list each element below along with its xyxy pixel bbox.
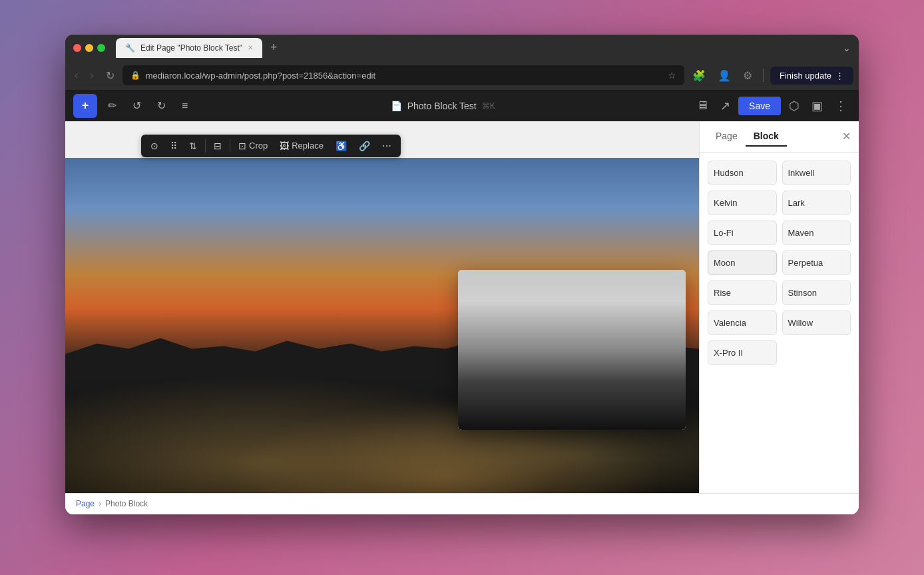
filter-btn-lofi[interactable]: Lo-Fi — [708, 221, 777, 245]
filter-grid: HudsonInkwellKelvinLarkLo-FiMavenMoonPer… — [700, 153, 859, 493]
wp-logo-button[interactable]: + — [73, 94, 97, 118]
filter-btn-rise[interactable]: Rise — [708, 281, 777, 305]
filter-btn-hudson[interactable]: Hudson — [708, 161, 777, 185]
tab-block[interactable]: Block — [746, 127, 787, 147]
finish-update-more-icon: ⋮ — [835, 71, 844, 81]
filter-btn-maven[interactable]: Maven — [782, 221, 851, 245]
tab-close-icon[interactable]: ✕ — [248, 44, 253, 51]
crop-icon: ⊡ — [238, 141, 246, 151]
filter-btn-lark[interactable]: Lark — [782, 191, 851, 215]
sidebar-header: Page Block ✕ — [700, 121, 859, 153]
settings-more-button[interactable]: ⋮ — [831, 95, 851, 117]
filter-btn-valencia[interactable]: Valencia — [708, 310, 777, 335]
browser-window: 🔧 Edit Page "Photo Block Test" ✕ + ⌄ ‹ ›… — [65, 35, 859, 514]
replace-icon: 🖼 — [280, 141, 289, 151]
tab-favicon: 🔧 — [125, 43, 135, 53]
wp-admin-bar: + ✏ ↺ ↻ ≡ 📄 Photo Block Test ⌘K 🖥 ↗ Save… — [65, 91, 859, 121]
replace-label: Replace — [292, 141, 324, 151]
extensions-icon[interactable]: 🧩 — [688, 67, 710, 85]
list-view-button[interactable]: ≡ — [176, 96, 193, 116]
profile-icon[interactable]: 👤 — [714, 67, 735, 85]
refresh-button[interactable]: ↻ — [102, 67, 118, 85]
breadcrumb-separator: › — [99, 499, 101, 508]
settings-icon[interactable]: ⚙ — [739, 67, 756, 85]
tabs-more-icon[interactable]: ⌄ — [843, 43, 851, 53]
filter-btn-moon[interactable]: Moon — [708, 251, 777, 275]
desktop-preview-button[interactable]: 🖥 — [692, 95, 712, 117]
more-options-button[interactable]: ⋯ — [377, 137, 397, 155]
address-bar-row: ‹ › ↻ 🔒 mediaron.local/wp-admin/post.php… — [65, 61, 859, 91]
filter-btn-kelvin[interactable]: Kelvin — [708, 191, 777, 215]
redo-button[interactable]: ↻ — [152, 95, 171, 116]
align-button[interactable]: ⊟ — [208, 137, 227, 155]
preview-button[interactable]: ↗ — [716, 95, 734, 117]
filter-btn-willow[interactable]: Willow — [782, 310, 851, 335]
active-tab[interactable]: 🔧 Edit Page "Photo Block Test" ✕ — [116, 38, 262, 58]
drag-handle-button[interactable]: ⠿ — [165, 137, 182, 155]
tab-bar: 🔧 Edit Page "Photo Block Test" ✕ + — [116, 38, 837, 58]
accessibility-button[interactable]: ♿ — [330, 137, 352, 155]
save-button[interactable]: Save — [738, 97, 781, 115]
breadcrumb-current: Photo Block — [105, 499, 148, 508]
new-tab-button[interactable]: + — [265, 41, 283, 55]
replace-button[interactable]: 🖼 Replace — [274, 137, 329, 155]
wp-right-actions: 🖥 ↗ Save ⬡ ▣ ⋮ — [692, 95, 851, 117]
toolbar-sep-1 — [205, 139, 206, 153]
canvas-area[interactable]: ⊙ ⠿ ⇅ ⊟ ⊡ Crop 🖼 Replace ♿ 🔗 — [65, 121, 699, 493]
filter-preview-popup — [458, 270, 686, 430]
toolbar-sep-2 — [230, 139, 230, 153]
filter-btn-inkwell[interactable]: Inkwell — [782, 161, 851, 185]
minimize-button[interactable] — [85, 44, 93, 52]
filter-btn-xproii[interactable]: X-Pro II — [708, 340, 777, 365]
traffic-lights — [73, 44, 105, 52]
page-title: Photo Block Test — [407, 101, 477, 111]
document-icon: 📄 — [391, 101, 402, 111]
breadcrumb-root[interactable]: Page — [76, 499, 95, 508]
address-bar[interactable]: 🔒 mediaron.local/wp-admin/post.php?post=… — [122, 65, 684, 85]
shortcut-hint: ⌘K — [482, 101, 495, 111]
bookmark-icon[interactable]: ☆ — [668, 70, 676, 81]
page-title-area: 📄 Photo Block Test ⌘K — [198, 101, 687, 111]
url-text: mediaron.local/wp-admin/post.php?post=21… — [146, 71, 662, 81]
crop-label: Crop — [249, 141, 268, 151]
right-sidebar: Page Block ✕ HudsonInkwellKelvinLarkLo-F… — [699, 121, 859, 493]
forward-button[interactable]: › — [86, 67, 97, 84]
filter-btn-perpetua[interactable]: Perpetua — [782, 251, 851, 275]
back-button[interactable]: ‹ — [71, 67, 82, 84]
finish-update-button[interactable]: Finish update ⋮ — [770, 67, 853, 85]
separator — [763, 69, 764, 82]
lock-icon: 🔒 — [130, 71, 140, 80]
close-button[interactable] — [73, 44, 81, 52]
tab-title: Edit Page "Photo Block Test" — [140, 43, 242, 53]
filter-btn-stinson[interactable]: Stinson — [782, 281, 851, 305]
edit-tool-button[interactable]: ✏ — [103, 95, 122, 116]
undo-button[interactable]: ↺ — [127, 95, 146, 116]
filter-preview-image — [458, 270, 686, 430]
wp-content: + ✏ ↺ ↻ ≡ 📄 Photo Block Test ⌘K 🖥 ↗ Save… — [65, 91, 859, 514]
finish-update-label: Finish update — [780, 71, 831, 81]
layout-icon[interactable]: ▣ — [808, 95, 827, 117]
editor-body: ⊙ ⠿ ⇅ ⊟ ⊡ Crop 🖼 Replace ♿ 🔗 — [65, 121, 859, 493]
block-type-button[interactable]: ⊙ — [145, 137, 164, 155]
title-bar: 🔧 Edit Page "Photo Block Test" ✕ + ⌄ — [65, 35, 859, 61]
breadcrumb-bar: Page › Photo Block — [65, 493, 859, 514]
block-toolbar: ⊙ ⠿ ⇅ ⊟ ⊡ Crop 🖼 Replace ♿ 🔗 — [141, 135, 401, 157]
tab-page[interactable]: Page — [708, 127, 746, 147]
move-up-down-button[interactable]: ⇅ — [184, 137, 202, 155]
link-button[interactable]: 🔗 — [353, 137, 375, 155]
crop-button[interactable]: ⊡ Crop — [233, 137, 273, 155]
fullscreen-button[interactable] — [97, 44, 105, 52]
sidebar-close-button[interactable]: ✕ — [842, 130, 851, 143]
jetpack-icon[interactable]: ⬡ — [785, 95, 804, 117]
